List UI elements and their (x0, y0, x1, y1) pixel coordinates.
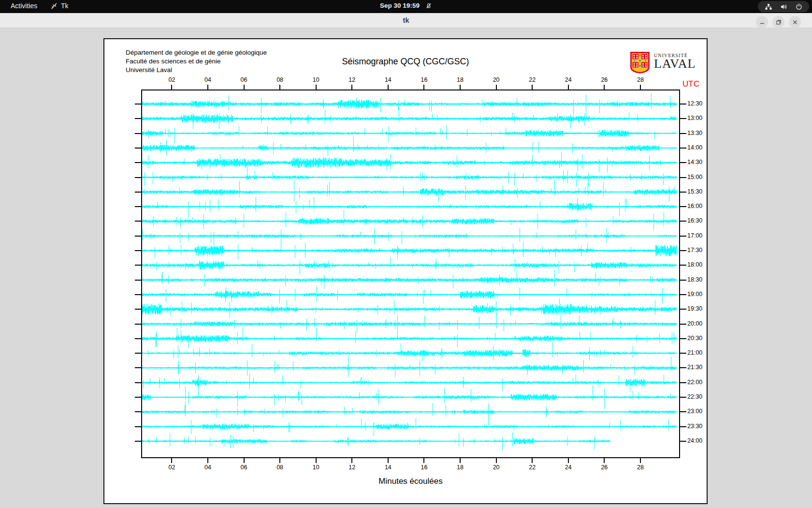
utc-time-label: 12:30 (687, 100, 702, 107)
utc-time-label: 20:00 (687, 320, 702, 327)
y-tick-left (135, 280, 141, 281)
x-tick-label-bottom: 12 (342, 464, 362, 471)
y-tick-left (135, 353, 141, 354)
x-tick-label-bottom: 16 (414, 464, 434, 471)
x-tick-top (640, 85, 641, 90)
power-icon (796, 3, 802, 10)
y-tick-left (135, 411, 141, 412)
maximize-button[interactable] (772, 16, 784, 28)
x-tick-bottom (423, 458, 424, 463)
system-status-area[interactable] (758, 1, 809, 12)
volume-icon (780, 3, 788, 10)
y-tick-left (135, 221, 141, 222)
y-tick-right (680, 426, 686, 427)
utc-time-label: 15:00 (687, 174, 702, 180)
y-tick-left (135, 177, 141, 178)
x-tick-label-top: 24 (559, 76, 578, 83)
x-tick-bottom (388, 458, 389, 463)
y-tick-left (135, 441, 141, 442)
y-tick-right (680, 338, 686, 339)
minimize-button[interactable] (756, 16, 768, 28)
header-line-3: Université Laval (126, 66, 267, 75)
utc-time-label: 24:00 (687, 437, 702, 444)
y-tick-left (135, 382, 141, 383)
x-tick-label-bottom: 14 (378, 464, 398, 471)
x-tick-bottom (171, 458, 172, 463)
utc-time-label: 21:30 (687, 364, 702, 371)
x-tick-top (568, 85, 569, 90)
y-tick-right (680, 441, 686, 442)
y-tick-right (680, 367, 686, 368)
x-tick-label-bottom: 28 (631, 464, 650, 471)
y-tick-right (680, 280, 686, 281)
x-tick-bottom (351, 458, 352, 463)
y-tick-left (135, 324, 141, 325)
y-tick-left (135, 265, 141, 266)
y-tick-right (680, 133, 686, 134)
helicorder-traces (142, 90, 679, 457)
y-tick-left (135, 294, 141, 295)
utc-time-label: 13:30 (687, 130, 702, 136)
x-tick-bottom (279, 458, 280, 463)
x-tick-bottom (604, 458, 605, 463)
x-tick-label-top: 20 (487, 76, 506, 83)
seismograph-canvas: Département de géologie et de génie géol… (103, 38, 708, 504)
y-tick-right (680, 177, 686, 178)
y-tick-left (135, 206, 141, 207)
x-tick-label-top: 28 (631, 76, 650, 83)
x-tick-top (316, 85, 317, 90)
y-tick-right (680, 324, 686, 325)
utc-time-label: 14:30 (687, 159, 702, 165)
clock-label: Sep 30 19:59 (380, 2, 420, 9)
utc-time-label: 17:30 (687, 247, 702, 254)
utc-time-label: 18:00 (687, 261, 702, 268)
utc-time-label: 22:00 (687, 379, 702, 386)
x-tick-top (496, 85, 497, 90)
x-tick-label-top: 06 (234, 76, 254, 83)
x-tick-top (279, 85, 280, 90)
close-button[interactable] (789, 16, 801, 28)
helicorder-plot-frame (141, 90, 680, 458)
x-tick-bottom (244, 458, 245, 463)
utc-time-label: 14:00 (687, 144, 702, 151)
x-tick-top (532, 85, 533, 90)
x-tick-label-top: 16 (414, 76, 434, 83)
network-wired-icon (765, 3, 772, 10)
plot-title: Séismographe QCQ (CGC/GSC) (104, 57, 707, 67)
utc-time-label: 13:00 (687, 115, 702, 121)
x-tick-label-bottom: 08 (270, 464, 290, 471)
utc-time-label: 23:30 (687, 423, 702, 430)
y-tick-left (135, 309, 141, 310)
x-tick-label-top: 12 (342, 76, 362, 83)
utc-time-label: 16:00 (687, 203, 702, 209)
y-tick-right (680, 397, 686, 398)
x-tick-bottom (532, 458, 533, 463)
x-tick-label-bottom: 20 (487, 464, 506, 471)
x-tick-top (207, 85, 208, 90)
universite-laval-logo: UNIVERSITÉ LAVAL (629, 51, 696, 76)
notifications-muted-icon (425, 2, 432, 9)
window-title: tk (0, 16, 812, 24)
x-tick-bottom (207, 458, 208, 463)
clock-group[interactable]: Sep 30 19:59 (0, 2, 812, 9)
y-tick-right (680, 206, 686, 207)
x-tick-label-bottom: 26 (594, 464, 614, 471)
x-tick-label-bottom: 22 (522, 464, 542, 471)
x-tick-label-bottom: 10 (306, 464, 326, 471)
y-tick-right (680, 118, 686, 119)
x-tick-label-top: 18 (450, 76, 470, 83)
utc-time-label: 20:30 (687, 335, 702, 342)
utc-axis-title: UTC (682, 79, 699, 89)
x-axis-title: Minutes écoulées (141, 477, 680, 486)
window-title-bar[interactable]: tk (0, 13, 812, 28)
y-tick-right (680, 265, 686, 266)
y-tick-right (680, 382, 686, 383)
y-tick-right (680, 411, 686, 412)
y-tick-right (680, 309, 686, 310)
y-tick-right (680, 250, 686, 251)
y-tick-left (135, 162, 141, 163)
utc-time-label: 23:00 (687, 408, 702, 415)
x-tick-top (244, 85, 245, 90)
utc-time-label: 19:00 (687, 291, 702, 298)
y-tick-right (680, 294, 686, 295)
